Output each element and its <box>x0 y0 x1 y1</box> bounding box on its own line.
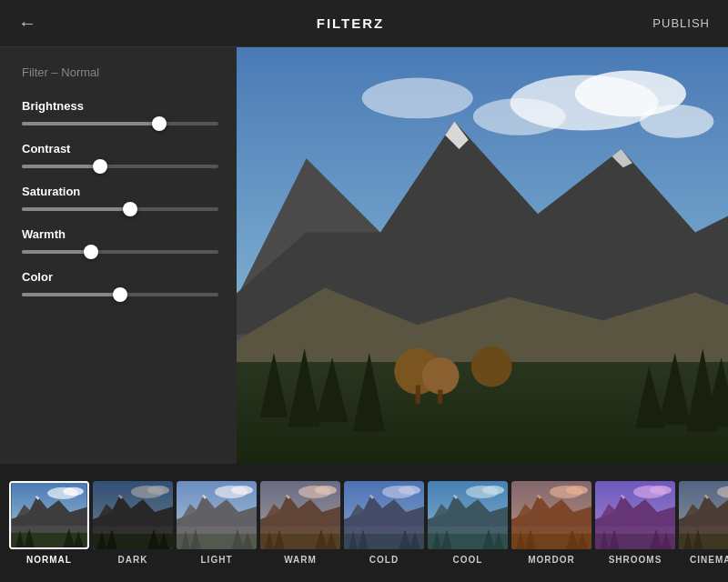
app-header: ← FILTERZ PUBLISH <box>0 0 728 47</box>
filter-item-dark[interactable]: DARK <box>93 481 173 565</box>
contrast-fill <box>22 165 100 168</box>
filter-thumb-cool <box>428 481 508 549</box>
svg-point-4 <box>640 105 713 138</box>
publish-button[interactable]: PUBLISH <box>646 16 710 30</box>
brightness-label: Brightness <box>22 99 218 113</box>
filter-name-warm: WARM <box>284 555 317 565</box>
filter-thumb-cold <box>344 481 424 549</box>
filter-item-light[interactable]: LIGHT <box>177 481 257 565</box>
app-title: FILTERZ <box>55 15 646 31</box>
filter-item-cold[interactable]: COLD <box>344 481 424 565</box>
filter-item-cool[interactable]: COOL <box>428 481 508 565</box>
filter-item-normal[interactable]: NORMAL <box>9 481 89 565</box>
svg-rect-131 <box>679 481 728 549</box>
svg-rect-23 <box>416 385 420 403</box>
filter-thumb-shrooms <box>595 481 675 549</box>
svg-rect-24 <box>438 390 442 404</box>
saturation-thumb[interactable] <box>123 202 137 216</box>
slider-group-saturation: Saturation <box>22 185 218 211</box>
filter-name-light: LIGHT <box>201 555 233 565</box>
svg-point-5 <box>362 78 473 119</box>
brightness-thumb[interactable] <box>152 116 167 131</box>
filter-name-normal: NORMAL <box>26 555 72 565</box>
filter-name-dark: DARK <box>118 555 148 565</box>
svg-point-3 <box>473 98 566 135</box>
slider-group-brightness: Brightness <box>22 99 218 125</box>
filter-name-shrooms: SHROOMS <box>609 555 662 565</box>
color-label: Color <box>22 270 218 284</box>
brightness-fill <box>22 122 159 125</box>
slider-group-warmth: Warmth <box>22 227 218 254</box>
filter-thumb-mordor <box>511 481 592 549</box>
contrast-track[interactable] <box>22 165 218 168</box>
filter-name-cool: COOL <box>453 555 483 565</box>
warmth-thumb[interactable] <box>84 245 98 259</box>
color-thumb[interactable] <box>113 287 127 302</box>
filter-name-mordor: MORDOR <box>528 555 575 565</box>
svg-rect-59 <box>177 481 257 549</box>
svg-rect-95 <box>428 481 508 549</box>
contrast-thumb[interactable] <box>93 159 107 174</box>
saturation-track[interactable] <box>22 207 218 211</box>
slider-group-color: Color <box>22 270 218 296</box>
filter-thumb-cinematic <box>679 481 728 549</box>
slider-group-contrast: Contrast <box>22 142 218 168</box>
svg-point-22 <box>471 346 512 387</box>
svg-point-27 <box>63 487 84 496</box>
warmth-track[interactable] <box>22 250 218 254</box>
color-track[interactable] <box>22 293 218 296</box>
filter-thumb-light <box>177 481 257 549</box>
svg-rect-107 <box>511 481 592 549</box>
svg-rect-47 <box>93 481 173 549</box>
warmth-label: Warmth <box>22 227 218 241</box>
filter-item-warm[interactable]: WARM <box>260 481 340 565</box>
saturation-label: Saturation <box>22 185 218 198</box>
brightness-track[interactable] <box>22 122 218 125</box>
filter-item-cinematic[interactable]: CINEMATIC <box>679 481 728 565</box>
saturation-fill <box>22 207 130 211</box>
filter-name-cinematic: CINEMATIC <box>690 555 728 565</box>
svg-point-21 <box>422 357 460 395</box>
filter-item-mordor[interactable]: MORDOR <box>511 481 592 565</box>
filter-name-cold: COLD <box>369 555 399 565</box>
main-content: Filter – Normal BrightnessContrastSatura… <box>0 47 728 464</box>
svg-rect-83 <box>344 481 424 549</box>
filter-thumb-dark <box>93 481 173 549</box>
filter-label: Filter – Normal <box>22 65 218 79</box>
back-button[interactable]: ← <box>18 13 55 34</box>
filter-thumb-normal <box>9 481 89 549</box>
svg-rect-119 <box>595 481 675 549</box>
filter-thumb-warm <box>260 481 340 549</box>
filter-strip: NORMAL DARK <box>0 464 728 582</box>
edit-panel: Filter – Normal BrightnessContrastSatura… <box>0 47 237 464</box>
warmth-fill <box>22 250 91 254</box>
contrast-label: Contrast <box>22 142 218 156</box>
filter-item-shrooms[interactable]: SHROOMS <box>595 481 675 565</box>
photo-preview <box>237 47 728 464</box>
color-fill <box>22 293 120 296</box>
svg-rect-71 <box>260 481 340 549</box>
